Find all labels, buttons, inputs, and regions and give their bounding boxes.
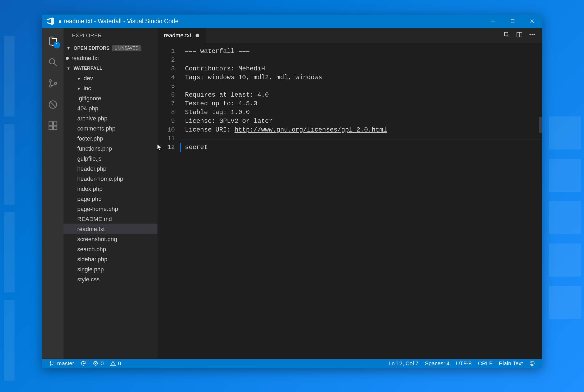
tree-item-label: dev xyxy=(84,75,93,82)
tree-file[interactable]: 404.php xyxy=(64,103,157,114)
tree-file[interactable]: gulpfile.js xyxy=(64,154,157,164)
tree-file[interactable]: archive.php xyxy=(64,114,157,124)
tree-file[interactable]: page-home.php xyxy=(64,204,157,214)
code-line xyxy=(185,82,542,91)
chevron-down-icon: ▾ xyxy=(66,46,71,51)
mouse-cursor-icon xyxy=(157,144,162,151)
tree-file[interactable]: footer.php xyxy=(64,134,157,144)
svg-point-23 xyxy=(53,362,54,363)
code-line: Contributors: MehediH xyxy=(185,64,542,73)
source-control-activity-icon[interactable] xyxy=(42,73,64,94)
svg-point-4 xyxy=(49,59,55,64)
tree-item-label: page.php xyxy=(77,196,102,202)
tree-file[interactable]: screenshot.png xyxy=(64,234,157,244)
tree-item-label: inc xyxy=(84,85,91,92)
editor-content[interactable]: === waterfall ===Contributors: MehediHTa… xyxy=(180,43,542,359)
eol-item[interactable]: CRLF xyxy=(475,359,496,368)
minimap-scrollbar[interactable] xyxy=(537,43,542,359)
eol: CRLF xyxy=(478,360,492,367)
tree-item-label: style.css xyxy=(77,276,99,283)
code-line xyxy=(185,56,542,64)
minimize-button[interactable] xyxy=(483,15,503,28)
svg-rect-11 xyxy=(49,122,52,125)
language-mode-item[interactable]: Plain Text xyxy=(496,359,526,368)
text-editor[interactable]: 123456789101112 === waterfall ===Contrib… xyxy=(157,43,542,359)
svg-point-28 xyxy=(113,365,113,365)
svg-rect-15 xyxy=(504,32,508,36)
code-line: Stable tag: 1.0.0 xyxy=(185,108,542,117)
explorer-sidebar: EXPLORER ▾ OPEN EDITORS 1 UNSAVED docume… xyxy=(64,28,157,359)
code-line: Tested up to: 4.5.3 xyxy=(185,99,542,108)
tree-file[interactable]: search.php xyxy=(64,244,157,254)
svg-rect-14 xyxy=(53,126,57,130)
code-line: === waterfall === xyxy=(185,47,542,56)
tree-item-label: 404.php xyxy=(77,105,98,112)
tree-file[interactable]: README.md xyxy=(64,214,157,224)
tree-folder[interactable]: ▸dev xyxy=(64,73,157,83)
tab-readme[interactable]: readme.txt xyxy=(157,28,206,43)
tree-file[interactable]: readme.txt xyxy=(64,224,157,234)
tree-file[interactable]: comments.php xyxy=(64,124,157,134)
svg-rect-12 xyxy=(53,122,57,125)
tree-file[interactable]: page.php xyxy=(64,194,157,204)
encoding: UTF-8 xyxy=(456,360,472,367)
svg-point-18 xyxy=(530,34,531,35)
code-line xyxy=(185,134,542,143)
line-number-gutter: 123456789101112 xyxy=(157,43,180,359)
errors-item[interactable]: 0 xyxy=(89,359,107,368)
cursor-position-item[interactable]: Ln 12, Col 7 xyxy=(385,359,422,368)
svg-point-20 xyxy=(534,34,535,35)
chevron-down-icon: ▾ xyxy=(66,66,71,71)
tree-file[interactable]: header.php xyxy=(64,164,157,174)
tree-file[interactable]: style.css xyxy=(64,274,157,285)
sync-item[interactable] xyxy=(77,359,89,368)
svg-rect-13 xyxy=(49,126,52,130)
tree-item-label: single.php xyxy=(77,266,104,273)
warnings-item[interactable]: 0 xyxy=(107,359,124,368)
open-editor-item[interactable]: readme.txt xyxy=(64,53,157,63)
tree-file[interactable]: header-home.php xyxy=(64,174,157,184)
indentation-item[interactable]: Spaces: 4 xyxy=(422,359,453,368)
close-button[interactable] xyxy=(522,15,542,28)
svg-line-10 xyxy=(50,102,56,107)
encoding-item[interactable]: UTF-8 xyxy=(453,359,475,368)
search-activity-icon[interactable] xyxy=(42,52,64,73)
open-editors-header[interactable]: ▾ OPEN EDITORS 1 UNSAVED xyxy=(64,43,157,53)
title-bar[interactable]: ● readme.txt - Waterfall - Visual Studio… xyxy=(42,15,542,28)
tree-file[interactable]: single.php xyxy=(64,264,157,274)
tree-item-label: gulpfile.js xyxy=(77,155,102,162)
editor-group: readme.txt 123456789101112 xyxy=(157,28,542,359)
sidebar-title: EXPLORER xyxy=(64,28,157,43)
more-actions-icon[interactable] xyxy=(529,31,536,40)
debug-activity-icon[interactable] xyxy=(42,94,64,115)
chevron-right-icon: ▸ xyxy=(77,76,81,80)
tree-item-label: screenshot.png xyxy=(77,236,117,243)
workspace-header[interactable]: ▾ WATERFALL xyxy=(64,63,157,73)
explorer-activity-icon[interactable]: 1 xyxy=(42,30,64,52)
extensions-activity-icon[interactable] xyxy=(42,115,64,136)
tree-file[interactable]: sidebar.php xyxy=(64,254,157,264)
svg-line-5 xyxy=(54,64,57,66)
git-branch-item[interactable]: master xyxy=(46,359,77,368)
tree-item-label: page-home.php xyxy=(77,206,118,213)
feedback-item[interactable] xyxy=(526,359,538,368)
svg-point-29 xyxy=(530,361,535,366)
indentation: Spaces: 4 xyxy=(425,360,450,367)
workspace-label: WATERFALL xyxy=(74,66,102,71)
tree-file[interactable]: .gitignore xyxy=(64,93,157,103)
tree-folder[interactable]: ▸inc xyxy=(64,83,157,93)
svg-point-31 xyxy=(533,363,533,363)
maximize-button[interactable] xyxy=(503,15,522,28)
split-editor-icon[interactable] xyxy=(516,31,523,40)
svg-point-21 xyxy=(50,361,51,362)
open-editor-item-label: readme.txt xyxy=(71,55,99,62)
svg-rect-1 xyxy=(511,20,514,23)
license-uri-link[interactable]: http://www.gnu.org/licenses/gpl-2.0.html xyxy=(234,126,387,133)
compare-changes-icon[interactable] xyxy=(503,31,510,40)
svg-point-6 xyxy=(49,80,51,82)
tree-file[interactable]: functions.php xyxy=(64,144,157,154)
tree-file[interactable]: index.php xyxy=(64,184,157,194)
tree-item-label: search.php xyxy=(77,246,106,253)
tree-item-label: footer.php xyxy=(77,135,103,142)
tree-item-label: archive.php xyxy=(77,115,107,122)
